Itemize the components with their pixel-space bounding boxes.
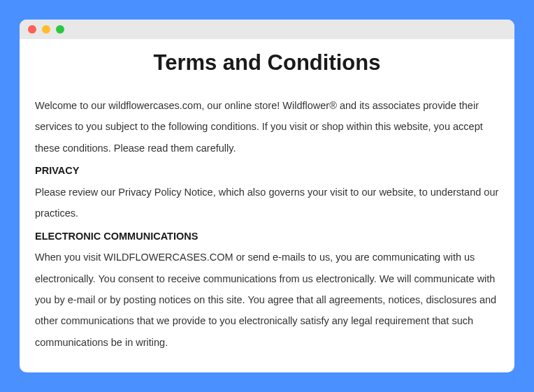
page-title: Terms and Conditions [35,50,499,75]
window-titlebar [20,20,514,39]
section-heading-electronic: ELECTRONIC COMMUNICATIONS [35,226,499,247]
section-body-privacy: Please review our Privacy Policy Notice,… [35,182,499,224]
close-icon[interactable] [28,25,36,34]
maximize-icon[interactable] [56,25,64,34]
section-heading-privacy: PRIVACY [35,160,499,181]
minimize-icon[interactable] [42,25,50,34]
intro-paragraph: Welcome to our wildflowercases.com, our … [35,95,499,159]
section-body-electronic: When you visit WILDFLOWERCASES.COM or se… [35,247,499,353]
browser-window: Terms and Conditions Welcome to our wild… [20,20,514,372]
document-content: Terms and Conditions Welcome to our wild… [20,39,514,372]
